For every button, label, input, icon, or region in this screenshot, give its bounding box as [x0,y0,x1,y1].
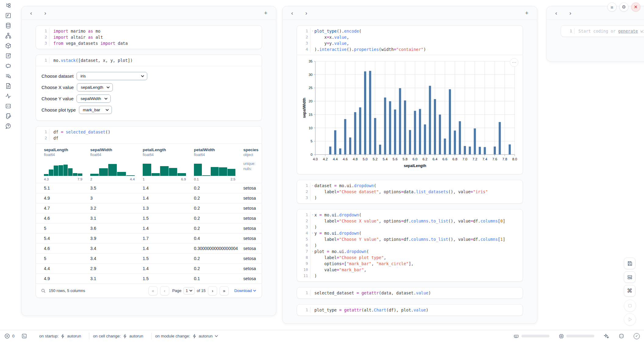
search-icon[interactable] [41,288,46,293]
table-row[interactable]: 5.13.51.40.2setosa [36,183,262,193]
logs-icon[interactable] [3,71,14,80]
table-cell: 3.4 [90,256,143,261]
table-cell: 3.5 [90,186,143,191]
vstack-cell[interactable]: 1mo.vstack([dataset, x, y, plot]) Choose… [36,55,262,121]
chevron-left-icon[interactable]: ‹ [553,9,559,16]
plot-type-cell[interactable]: 1plot_type = getattr(alt.Chart(df), plot… [297,304,523,316]
table-row[interactable]: 4.42.91.40.2setosa [36,263,262,273]
imports-cell[interactable]: 1import marimo as mo2import altair as al… [36,25,262,49]
table-row[interactable]: 4.63.41.40.30000000000000004setosa [36,243,262,253]
add-column-icon[interactable]: + [262,9,269,16]
fold-chevron-icon[interactable]: ⌄ [312,249,313,252]
memory-usage[interactable] [513,333,549,339]
svg-text:4.6: 4.6 [343,157,348,161]
layout-toggle-button[interactable] [624,271,635,283]
chevron-right-icon[interactable]: › [42,9,48,16]
plot-type-label: Choose plot type [41,107,76,112]
help-icon[interactable] [3,122,14,131]
page-select[interactable]: 1 [184,287,195,294]
dataset-dropdown-code[interactable]: 1⌄dataset = mo.ui.dropdown(2 label="Choo… [297,180,523,203]
settings-button[interactable]: ⚙ [619,2,628,12]
add-column-icon[interactable]: + [523,9,530,16]
fold-chevron-icon[interactable]: ⌄ [312,213,313,216]
code-snippet-icon[interactable] [3,102,14,111]
on-cell-change-setting[interactable]: on cell change: autorun [93,334,143,339]
column-header[interactable]: petalLengthfloat6416.9 [143,148,194,181]
chevron-left-icon[interactable]: ‹ [289,9,295,16]
selected-dataset-cell[interactable]: 1selected_dataset = getattr(data, datase… [297,287,523,299]
scratchpad-icon[interactable] [3,112,14,121]
prev-page-button[interactable]: ‹ [160,286,169,295]
code-line: 3 y=y.value, [300,40,518,46]
dataset-select[interactable]: iris [77,72,147,80]
table-row[interactable]: 4.63.11.50.2setosa [36,213,262,223]
datasources-icon[interactable] [3,21,14,30]
column-header[interactable]: speciesobjectunique:nulls: [243,148,262,181]
file-explorer-icon[interactable] [3,1,14,10]
table-row[interactable]: 4.931.40.2setosa [36,193,262,203]
column-header[interactable]: sepalWidthfloat6424.4 [90,148,143,181]
copilot-button[interactable] [618,333,624,339]
plot-cell[interactable]: 1⌄plot_type().encode(2 x=x.value,3 y=y.v… [297,25,523,174]
bar-chart[interactable]: 051015202530354.04.24.44.64.85.05.25.45.… [301,58,520,171]
xy-plot-dropdown-cell[interactable]: 1⌄x = mo.ui.dropdown(2 label="Choose X v… [297,209,523,282]
tracing-icon[interactable] [3,91,14,101]
xy-plot-dropdown-code[interactable]: 1⌄x = mo.ui.dropdown(2 label="Choose X v… [297,209,523,281]
on-module-change-setting[interactable]: on module change: autorun [155,334,218,339]
plot-type-select[interactable]: mark_bar [79,106,112,114]
table-row[interactable]: 53.41.50.2setosa [36,253,262,263]
documentation-icon[interactable] [3,81,14,91]
chevron-left-icon[interactable]: ‹ [28,9,34,16]
run-button[interactable] [624,313,636,326]
terminal-button[interactable] [21,333,27,339]
error-circle-icon [4,333,10,339]
chevron-right-icon[interactable]: › [303,9,309,16]
svg-text:4.4: 4.4 [333,157,338,161]
column-header[interactable]: sepalLengthfloat644.37.9 [44,148,90,181]
chevron-right-icon[interactable]: › [567,9,573,16]
errors-indicator[interactable]: 0 [4,333,15,339]
selected-dataset-code[interactable]: 1selected_dataset = getattr(data, datase… [297,287,523,298]
on-startup-setting[interactable]: on startup: autorun [39,334,81,339]
download-button[interactable]: Download [234,288,256,293]
imports-code[interactable]: 1import marimo as mo2import altair as al… [36,26,262,49]
stop-button[interactable] [624,300,636,312]
shutdown-button[interactable]: ✕ [631,2,640,12]
code-line: 5 label="Choose Y value", options=df.col… [300,236,518,242]
menu-button[interactable]: ≡ [607,2,617,12]
keyboard-shortcuts-button[interactable]: ⌘ [624,285,635,297]
next-page-button[interactable]: › [208,286,217,295]
table-row[interactable]: 4.93.11.50.1setosa [36,273,262,283]
snippets-scroll-icon[interactable] [3,51,14,60]
column-header[interactable]: petalWidthfloat640.12.5 [194,148,243,181]
plot-code[interactable]: 1⌄plot_type().encode(2 x=x.value,3 y=y.v… [297,26,523,55]
dependencies-icon[interactable] [3,31,14,40]
chart-menu-button[interactable]: ⋯ [510,58,518,67]
x-select[interactable]: sepalLength [77,83,113,91]
table-row[interactable]: 53.61.40.2setosa [36,223,262,233]
plot-type-code[interactable]: 1plot_type = getattr(alt.Chart(df), plot… [297,305,523,315]
first-page-button[interactable]: « [148,286,158,295]
fold-chevron-icon[interactable]: ⌄ [312,29,313,32]
svg-text:15: 15 [309,113,313,116]
y-select[interactable]: sepalWidth [77,94,111,103]
table-row[interactable]: 5.43.91.70.4setosa [36,233,262,243]
x-control-row: Choose X value sepalLength [41,82,256,93]
save-button[interactable] [624,258,635,269]
dataset-dropdown-cell[interactable]: 1⌄dataset = mo.ui.dropdown(2 label="Choo… [297,180,523,204]
cpu-usage[interactable] [559,333,594,339]
dataframe-cell[interactable]: 1df = selected_dataset()2df sepalLengthf… [36,126,262,298]
last-page-button[interactable]: » [220,286,229,295]
table-row[interactable]: 4.73.21.30.2setosa [36,203,262,213]
fold-chevron-icon[interactable]: ⌄ [312,183,313,186]
ai-assist-button[interactable] [603,333,609,339]
fold-chevron-icon[interactable]: ⌄ [312,231,313,234]
empty-cell[interactable]: 1Start coding or generate with [561,25,644,37]
chat-icon[interactable] [3,61,14,70]
packages-icon[interactable] [3,41,14,50]
vstack-code[interactable]: 1mo.vstack([dataset, x, y, plot]) [36,55,262,66]
variables-icon[interactable] [3,11,14,20]
dataframe-code[interactable]: 1df = selected_dataset()2df [36,126,262,144]
empty-cell-placeholder[interactable]: 1Start coding or generate with [561,26,644,37]
connection-status-icon[interactable]: ✓ [634,333,640,339]
